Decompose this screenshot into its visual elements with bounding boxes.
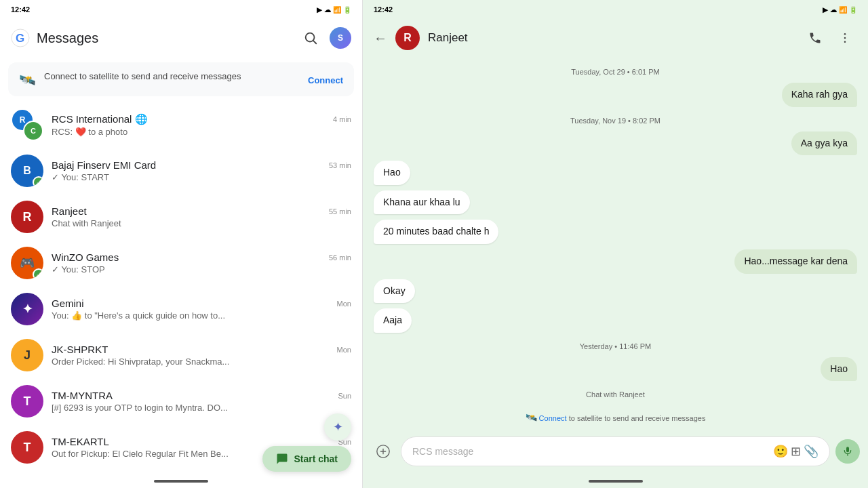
sticker-button[interactable]: ⊞: [791, 444, 801, 459]
gemini-fab-icon: ✦: [333, 420, 343, 434]
mic-icon: [842, 446, 853, 457]
gemini-time: Mon: [337, 300, 351, 308]
jk-shprkt-time: Mon: [337, 346, 351, 354]
message-row-4: Khana aur khaa lu: [374, 190, 857, 215]
message-bubble-6: Hao...message kar dena: [734, 249, 857, 274]
message-row-3: Hao: [374, 161, 857, 185]
satellite-connect-button[interactable]: Connect: [308, 73, 343, 88]
chat-header: ← R Ranjeet: [363, 19, 868, 57]
svg-text:G: G: [16, 32, 24, 45]
left-status-bar: 12:42 ▶ ☁ 📶 🔋: [0, 0, 362, 19]
message-bubble-5: 20 minutes baad chalte h: [374, 220, 498, 244]
left-panel: 12:42 ▶ ☁ 📶 🔋 G Messages S 🛰️ Connect to…: [0, 0, 363, 488]
tm-myntra-avatar: T: [11, 385, 43, 418]
conversation-item-jk-shprkt[interactable]: J JK-SHPRKT Mon Order Picked: Hi Shivpra…: [0, 332, 362, 378]
bajaj-finserv-avatar: B ✓: [11, 155, 43, 187]
bajaj-finserv-preview: ✓ You: START: [52, 172, 351, 182]
right-panel: 12:42 ▶ ☁ 📶 🔋 ← R Ranjeet Tuesd: [363, 0, 868, 488]
back-button[interactable]: ←: [374, 30, 387, 46]
jk-shprkt-name: JK-SHPRKT: [52, 344, 108, 355]
jk-shprkt-preview: Order Picked: Hi Shivpratap, your Snackm…: [52, 357, 351, 367]
svg-line-3: [313, 41, 316, 43]
chat-rcs-info: Chat with Ranjeet: [374, 390, 857, 399]
message-bubble-9: Hao: [821, 357, 857, 382]
left-nav-indicator: [154, 480, 208, 483]
tm-ekartl-name: TM-EKARTL: [52, 436, 109, 447]
contact-avatar: R: [395, 26, 420, 50]
date-label-yesterday: Yesterday • 11:46 PM: [374, 342, 857, 350]
svg-rect-10: [846, 447, 849, 452]
message-bubble-1: Kaha rah gya: [782, 83, 857, 107]
bajaj-finserv-content: Bajaj Finserv EMI Card 53 min ✓ You: STA…: [52, 159, 351, 182]
date-label-nov19: Tuesday, Nov 19 • 8:02 PM: [374, 117, 857, 125]
chat-satellite-connect-link[interactable]: Connect: [539, 414, 567, 422]
chat-rcs-label: Chat with Ranjeet: [586, 390, 645, 399]
call-button[interactable]: [803, 26, 827, 50]
svg-point-5: [844, 37, 846, 39]
more-options-button[interactable]: [833, 26, 857, 50]
ranjeet-name: Ranjeet: [52, 205, 87, 217]
emoji-button[interactable]: 🙂: [773, 444, 788, 459]
messages-header: G Messages S: [0, 19, 362, 57]
bajaj-finserv-name: Bajaj Finserv EMI Card: [52, 159, 156, 171]
rcs-international-name: RCS International 🌐: [52, 113, 148, 125]
winzo-avatar: 🎮 ✓: [11, 247, 43, 279]
gemini-avatar: ✦: [11, 293, 43, 325]
message-row-8: Aaja: [374, 308, 857, 333]
gemini-name: Gemini: [52, 298, 84, 309]
satellite-banner: 🛰️ Connect to satellite to send and rece…: [8, 62, 354, 96]
gemini-content: Gemini Mon You: 👍 to "Here's a quick gui…: [52, 298, 351, 321]
add-attachment-button[interactable]: [371, 439, 395, 464]
chat-header-actions: [803, 26, 857, 50]
conversation-item-winzo[interactable]: 🎮 ✓ WinZO Games 56 min ✓ You: STOP: [0, 240, 362, 286]
chat-nav-indicator: [589, 480, 643, 483]
rcs-international-time: 4 min: [333, 115, 351, 123]
chat-satellite-info: 🛰️ Connect to satellite to send and rece…: [374, 412, 857, 423]
chat-bubble-icon: [276, 453, 288, 465]
gemini-preview: You: 👍 to "Here's a quick guide on how t…: [52, 310, 351, 321]
ranjeet-content: Ranjeet 55 min Chat with Ranjeet: [52, 205, 351, 228]
chat-status-icons: ▶ ☁ 📶 🔋: [823, 6, 857, 14]
ranjeet-avatar: R: [11, 201, 43, 233]
contact-name: Ranjeet: [428, 31, 795, 45]
google-logo: G: [11, 28, 30, 47]
start-chat-button[interactable]: Start chat: [262, 446, 351, 472]
start-chat-label: Start chat: [294, 453, 338, 464]
search-button[interactable]: [298, 26, 323, 50]
more-icon: [838, 31, 852, 45]
ranjeet-preview: Chat with Ranjeet: [52, 218, 351, 228]
voice-input-button[interactable]: [835, 439, 860, 464]
conversation-item-gemini[interactable]: ✦ Gemini Mon You: 👍 to "Here's a quick g…: [0, 286, 362, 332]
svg-point-4: [844, 33, 846, 35]
message-bubble-4: Khana aur khaa lu: [374, 190, 470, 215]
attach-button[interactable]: 📎: [804, 444, 818, 459]
chat-time: 12:42: [374, 5, 393, 14]
user-avatar[interactable]: S: [330, 27, 351, 49]
conversation-item-ranjeet[interactable]: R Ranjeet 55 min Chat with Ranjeet: [0, 194, 362, 240]
winzo-content: WinZO Games 56 min ✓ You: STOP: [52, 251, 351, 274]
conversation-item-rcs-international[interactable]: R C RCS International 🌐 4 min RCS: ❤️ to…: [0, 102, 362, 148]
phone-icon: [808, 31, 822, 45]
chat-nav-bar: [363, 474, 868, 488]
tm-ekartl-avatar: T: [11, 431, 43, 464]
satellite-icon: 🛰️: [19, 72, 36, 88]
date-label-oct29: Tuesday, Oct 29 • 6:01 PM: [374, 68, 857, 76]
chat-satellite-text: to satellite to send and receive message…: [569, 414, 706, 422]
rcs-international-preview: RCS: ❤️ to a photo: [52, 127, 351, 137]
rcs-international-content: RCS International 🌐 4 min RCS: ❤️ to a p…: [52, 113, 351, 137]
add-icon: [376, 444, 391, 459]
winzo-time: 56 min: [329, 253, 351, 262]
jk-shprkt-avatar: J: [11, 339, 43, 371]
left-nav-bar: [0, 474, 362, 488]
chat-messages: Tuesday, Oct 29 • 6:01 PM Kaha rah gya T…: [363, 57, 868, 431]
gemini-fab-button[interactable]: ✦: [324, 413, 351, 441]
tm-myntra-content: TM-MYNTRA Sun [#] 6293 is your OTP to lo…: [52, 390, 351, 413]
chat-input-placeholder: RCS message: [412, 446, 770, 457]
chat-input-box[interactable]: RCS message 🙂 ⊞ 📎: [401, 436, 830, 466]
tm-myntra-name: TM-MYNTRA: [52, 390, 113, 401]
conversation-item-bajaj-finserv[interactable]: B ✓ Bajaj Finserv EMI Card 53 min ✓ You:…: [0, 148, 362, 194]
message-bubble-3: Hao: [374, 161, 410, 185]
message-row-1: Kaha rah gya: [374, 83, 857, 107]
satellite-banner-text: Connect to satellite to send and receive…: [44, 70, 300, 83]
chat-status-bar: 12:42 ▶ ☁ 📶 🔋: [363, 0, 868, 19]
